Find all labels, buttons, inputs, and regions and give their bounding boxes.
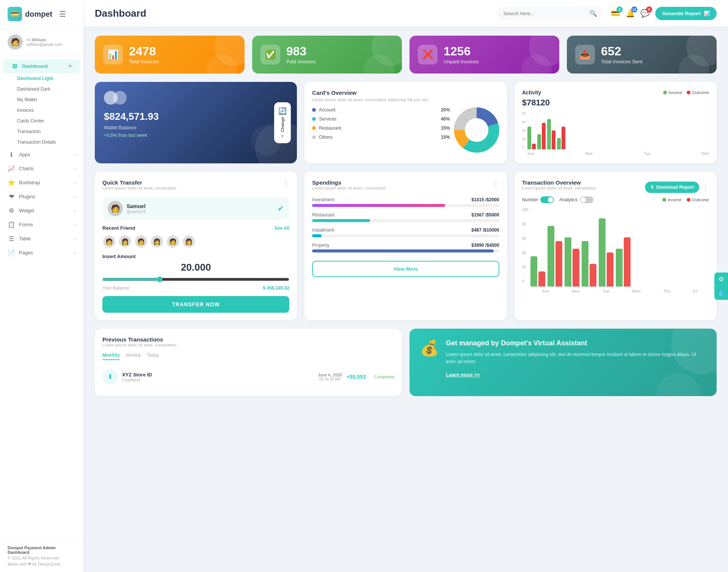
sidebar-item-dashboard[interactable]: ⊞ Dashboard ▾	[3, 59, 80, 73]
sidebar-subitem-dashboard-dark[interactable]: Dashboard Dark	[0, 84, 83, 94]
footer-copyright: © 2021 All Rights Reserved	[8, 556, 76, 560]
logo-text: dompet	[25, 10, 52, 19]
activity-x-axis: SunMonTueWed	[527, 152, 709, 156]
sidebar-apps-label: Apps	[19, 152, 30, 157]
tab-monthly[interactable]: Monthly	[102, 353, 120, 360]
balance-info: Your Balance $ 456,345.62	[102, 285, 289, 291]
refresh-icon: 🔄	[278, 107, 287, 115]
sidebar-subitem-dashboard-light[interactable]: Dashboard Light	[0, 73, 83, 84]
transaction-overview-menu-icon[interactable]: ⋮	[702, 183, 709, 191]
transaction-bar-group	[582, 241, 596, 287]
download-report-button[interactable]: ⬇ Download Report	[645, 182, 699, 193]
sidebar-item-table[interactable]: ☰ Table ›	[0, 232, 83, 246]
transaction-bar-group	[599, 218, 613, 287]
tx-outcome-bar	[607, 252, 613, 287]
previous-transactions-card: Previous Transactions Lorem ipsum dolor …	[95, 329, 402, 396]
income-bar	[547, 119, 551, 149]
hamburger-button[interactable]: ☰	[55, 9, 70, 19]
tab-weekly[interactable]: Weekly	[126, 353, 141, 360]
amount-slider[interactable]	[102, 276, 289, 282]
chat-notification-button[interactable]: 💬 5	[640, 9, 650, 18]
sidebar-subitem-transaction-details[interactable]: Transaction Details	[0, 137, 83, 147]
stat-card-total-invoices: 📊 2478 Total Invoices	[95, 36, 245, 74]
spending-restaurant-name: Restaurant	[312, 212, 334, 218]
previous-transactions-tabs: Monthly Weekly Today	[102, 353, 394, 360]
contact-3[interactable]: 🧑	[134, 235, 148, 248]
analytics-toggle-wrap: Analytics	[559, 196, 593, 203]
sidebar-item-apps[interactable]: ℹ Apps ›	[0, 147, 83, 161]
paid-invoices-icon-wrap: ✅	[260, 45, 280, 64]
contact-6[interactable]: 👩	[182, 235, 196, 248]
contact-4[interactable]: 👩	[150, 235, 164, 248]
tx-income-bar	[616, 249, 623, 287]
contact-1[interactable]: 🧑	[102, 235, 116, 248]
search-input[interactable]	[503, 11, 587, 16]
sidebar-subitem-invoices[interactable]: Invoices	[0, 105, 83, 116]
transfer-now-button[interactable]: TRANSFER NOW	[102, 296, 289, 313]
sidebar-item-plugins[interactable]: ❤ Plugins ›	[0, 190, 83, 204]
number-toggle[interactable]	[540, 196, 554, 203]
unpaid-invoices-label: Unpaid Invoices	[444, 59, 479, 64]
spendings-menu-icon[interactable]: ⋮	[493, 179, 499, 188]
tx-income-bar	[548, 226, 554, 287]
selected-contact[interactable]: 🧑 Samuel @sam224 ✔	[102, 197, 289, 220]
transaction-bar-chart	[530, 211, 709, 287]
selected-contact-id: @sam224	[127, 209, 146, 214]
amount-display: 20.000	[102, 262, 289, 273]
va-learn-more-link[interactable]: Learn more >>	[446, 372, 480, 378]
overview-row-account: Account 20%	[312, 107, 450, 113]
sidebar-item-charts[interactable]: 📈 Charts ›	[0, 161, 83, 176]
transaction-amount: +$5,553	[347, 374, 366, 380]
pie-chart	[454, 107, 499, 153]
bell-notification-button[interactable]: 🔔 12	[626, 9, 635, 18]
theme-float-button[interactable]: 💧	[714, 286, 728, 300]
total-sent-number: 652	[601, 45, 642, 58]
contact-2[interactable]: 👩	[118, 235, 132, 248]
spending-property-amount: $3890 /$4000	[471, 243, 499, 248]
sidebar-subitem-transaction[interactable]: Transaction	[0, 126, 83, 137]
wallet-circle2	[113, 91, 127, 105]
transaction-legend: Income Outcome	[662, 197, 709, 202]
quick-transfer-menu-icon[interactable]: ⋮	[282, 179, 289, 188]
paid-invoices-info: 983 Paid Invoices	[286, 45, 315, 64]
analytics-toggle[interactable]	[580, 196, 593, 203]
sidebar-item-widget[interactable]: ⚙ Widget ›	[0, 204, 83, 218]
tab-today[interactable]: Today	[147, 353, 159, 360]
spending-installment-name: Installment	[312, 227, 334, 233]
see-all-link[interactable]: See All	[275, 226, 290, 231]
spending-investment-name: Investment	[312, 197, 334, 202]
settings-float-button[interactable]: ⚙	[714, 273, 728, 286]
total-sent-icon-wrap: 📤	[575, 45, 595, 64]
contact-5[interactable]: 🧑	[166, 235, 180, 248]
search-bar: 🔍	[497, 7, 603, 20]
sidebar-user: 🧑 Hi,William william@gmail.com	[0, 28, 83, 56]
change-btn-text: Change	[280, 117, 285, 132]
activity-legend: Income Outcome	[663, 90, 709, 95]
transaction-bar-group	[565, 237, 579, 287]
chart-bar-icon: 📊	[704, 11, 710, 16]
sidebar-subitem-my-wallet[interactable]: My Wallet	[0, 94, 83, 105]
sidebar-subitem-cards-center[interactable]: Cards Center	[0, 116, 83, 126]
services-dot	[312, 117, 316, 121]
wallet-notification-button[interactable]: 💳 2	[611, 9, 620, 18]
bottom-row: Quick Transfer Lorem ipsum dolor sit ame…	[95, 172, 717, 320]
sidebar-nav: ⊞ Dashboard ▾ Dashboard Light Dashboard …	[0, 56, 83, 540]
income-bar	[527, 127, 531, 149]
transaction-overview-card: Transaction Overview Lorem ipsum dolor s…	[515, 172, 717, 320]
spendings-subtitle: Lorem ipsum dolor sit amet, consectetur	[312, 186, 386, 190]
recent-friend-label: Recent Friend	[102, 225, 135, 231]
sidebar-item-forms[interactable]: 📋 Forms ›	[0, 218, 83, 232]
tx-income-bar	[530, 256, 537, 287]
tx-income-bar	[565, 237, 571, 287]
transaction-controls: Number Analytics Income Outcome	[522, 196, 709, 203]
generate-report-button[interactable]: Generate Report 📊	[655, 7, 717, 20]
transaction-date-wrap: June 4, 2020 05:34:45 AM	[318, 373, 342, 381]
transaction-name: XYZ Store ID	[122, 372, 313, 378]
change-button[interactable]: 🔄 Change ▾	[274, 102, 291, 143]
sidebar-item-pages[interactable]: 📄 Pages ›	[0, 246, 83, 260]
view-more-button[interactable]: View More	[312, 261, 499, 277]
overview-row-services: Services 40%	[312, 116, 450, 122]
download-icon: ⬇	[650, 185, 654, 190]
transaction-icon: ⬇	[102, 369, 118, 384]
sidebar-item-bootstrap[interactable]: ⭐ Bootstrap ›	[0, 176, 83, 190]
